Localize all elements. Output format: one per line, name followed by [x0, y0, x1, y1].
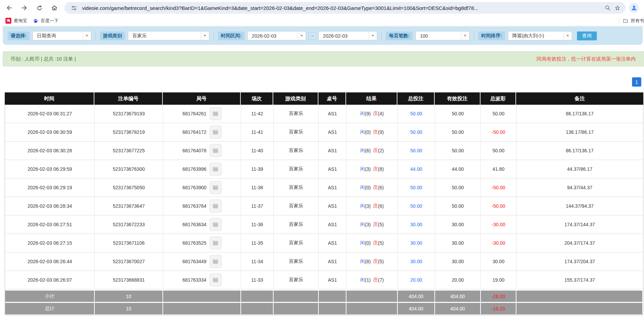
chevron-down-icon[interactable] — [461, 31, 469, 40]
total-label: 总计 — [5, 303, 95, 314]
chevron-down-icon[interactable] — [200, 31, 209, 40]
summary-bar: 币别 : 人民币 | 总共 :10 注单 | 同局有效投注，统一计算在该局第一张… — [3, 51, 644, 66]
round-number: 681764172 — [182, 129, 206, 135]
search-button[interactable]: 查询 — [577, 31, 597, 40]
cell-payout: 41.80 — [481, 160, 516, 178]
chevron-down-icon[interactable] — [82, 31, 91, 40]
video-replay-button[interactable] — [210, 255, 222, 268]
header-remark: 备注 — [516, 92, 643, 105]
all-bookmarks-button[interactable]: 所有书签 — [623, 18, 644, 24]
pagination-page-1[interactable]: 1 — [632, 77, 641, 87]
chevron-down-icon[interactable] — [368, 31, 377, 40]
cell-table-no: AS1 — [319, 179, 346, 196]
cell-bet-id: 523173668831 — [95, 271, 163, 289]
result-player-score: (0) — [365, 185, 371, 190]
result-banker-score: (5) — [378, 259, 384, 264]
site-info-button[interactable] — [69, 3, 79, 13]
home-button[interactable] — [49, 2, 60, 14]
url-text[interactable]: videoie.com/game/betrecord_search/kind3?… — [82, 5, 603, 11]
profile-avatar[interactable] — [629, 3, 639, 13]
cell-total-bet: 50.00 — [398, 142, 435, 159]
result-banker-score: (5) — [378, 240, 384, 246]
result-banker-label: 庄 — [373, 184, 378, 191]
total-bet-link[interactable]: 50.00 — [410, 185, 422, 190]
total-bet-link[interactable]: 50.00 — [410, 148, 422, 153]
video-replay-button[interactable] — [210, 126, 222, 139]
cell-remark: 204.37/174.37 — [516, 234, 643, 252]
cell-valid-bet: 44.00 — [435, 160, 481, 178]
cell-session: 11-36 — [241, 216, 274, 233]
video-file-icon — [212, 129, 219, 136]
bookmark-label: 爱淘宝 — [14, 18, 27, 24]
date-start-picker[interactable]: 2026-02-03 — [247, 31, 306, 40]
forward-button[interactable] — [18, 2, 30, 14]
total-bet-link[interactable]: 30.00 — [410, 222, 422, 227]
bookmark-star-button[interactable] — [613, 3, 622, 13]
video-replay-button[interactable] — [210, 181, 222, 194]
select-mode-dropdown[interactable]: 日期查询 — [32, 31, 91, 40]
table-row: 2026-02-03 06:30:59 523173678219 6817641… — [5, 123, 643, 142]
cell-time: 2026-02-03 06:29:59 — [5, 160, 95, 178]
back-button[interactable] — [3, 2, 15, 14]
address-bar[interactable]: videoie.com/game/betrecord_search/kind3?… — [64, 2, 626, 14]
cell-remark: 94.37/44.37 — [516, 179, 643, 196]
game-type-dropdown[interactable]: 百家乐 — [128, 31, 209, 40]
total-bet-link[interactable]: 30.00 — [410, 240, 422, 246]
total-bet-link[interactable]: 50.00 — [410, 111, 422, 116]
bookmarks-divider — [619, 18, 619, 24]
cell-valid-bet: 50.00 — [435, 105, 481, 123]
cell-session: 11-35 — [241, 234, 274, 252]
chevron-down-icon[interactable] — [297, 31, 306, 40]
total-count: 10 — [95, 303, 163, 314]
reload-button[interactable] — [34, 2, 45, 14]
total-bet-link[interactable]: 44.00 — [410, 166, 422, 172]
total-bet-link[interactable]: 50.00 — [410, 203, 422, 209]
cell-game-type: 百家乐 — [274, 271, 319, 289]
cell-result: 闲(3)庄(8) — [346, 160, 398, 178]
bookmark-taobao[interactable]: 淘 爱淘宝 — [5, 18, 27, 24]
sort-dropdown[interactable]: 降冪(由大到小) — [508, 31, 572, 40]
total-bet-link[interactable]: 30.00 — [410, 259, 422, 264]
video-file-icon — [212, 184, 219, 191]
cell-table-no: AS1 — [319, 234, 346, 252]
video-replay-button[interactable] — [210, 218, 222, 231]
video-file-icon — [212, 110, 219, 117]
cell-result: 闲(0)庄(5) — [346, 234, 398, 252]
table-body: 2026-02-03 06:31:27 523173679193 6817642… — [5, 105, 643, 315]
header-payout: 总派彩 — [481, 92, 516, 105]
date-end-picker[interactable]: 2026-02-03 — [318, 31, 377, 40]
cell-payout: 19.00 — [481, 271, 516, 289]
cell-session: 11-33 — [241, 271, 274, 289]
cell-payout: -50.00 — [481, 197, 516, 215]
round-number: 681763900 — [182, 185, 206, 190]
table-row: 2026-02-03 06:27:15 523173671106 6817635… — [5, 234, 643, 253]
cell-game-type: 百家乐 — [274, 179, 319, 196]
zoom-button[interactable] — [603, 3, 613, 13]
video-replay-button[interactable] — [210, 107, 222, 120]
chevron-down-icon[interactable] — [563, 31, 572, 40]
result-player-label: 闲 — [360, 148, 365, 154]
valid-bet-note: 同局有效投注，统一计算在该局第一张注单内 — [537, 56, 636, 62]
result-banker-score: (6) — [378, 203, 384, 209]
cell-valid-bet: 30.00 — [435, 253, 481, 270]
total-bet-link[interactable]: 50.00 — [410, 129, 422, 135]
bookmark-baidu[interactable]: 百度一下 — [32, 18, 58, 24]
cell-session: 11-34 — [241, 253, 274, 270]
cell-table-no: AS1 — [319, 197, 346, 215]
total-bet-link[interactable]: 20.00 — [410, 277, 422, 283]
cell-result: 闲(8)庄(5) — [346, 253, 398, 270]
magnifier-icon — [605, 5, 611, 11]
round-number: 681763525 — [182, 240, 206, 246]
cell-result: 闲(0)庄(6) — [346, 179, 398, 196]
video-file-icon — [212, 166, 219, 172]
folder-icon — [623, 18, 628, 24]
bet-record-table: 时间 注单编号 局号 场次 游戏类别 桌号 结果 总投注 有效投注 总派彩 备注… — [5, 92, 643, 315]
video-replay-button[interactable] — [210, 144, 222, 157]
video-replay-button[interactable] — [210, 273, 222, 286]
video-replay-button[interactable] — [210, 163, 222, 176]
video-replay-button[interactable] — [210, 236, 222, 249]
video-replay-button[interactable] — [210, 200, 222, 213]
cell-table-no: AS1 — [319, 142, 346, 159]
page-size-dropdown[interactable]: 100 — [416, 31, 470, 40]
cell-result: 闲(0)庄(9) — [346, 123, 398, 141]
